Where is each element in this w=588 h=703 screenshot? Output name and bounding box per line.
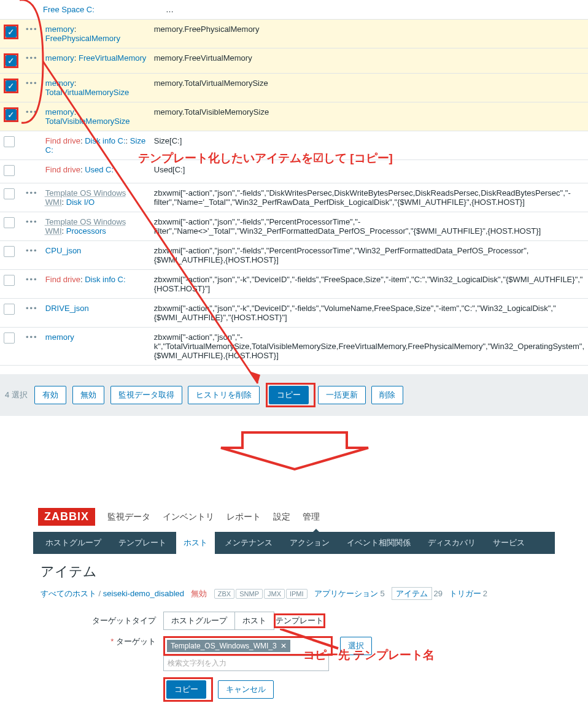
item-link[interactable]: DRIVE_json bbox=[45, 304, 89, 313]
interface-badge: ZBX bbox=[214, 589, 234, 599]
item-link[interactable]: CPU_json bbox=[45, 246, 82, 255]
crumb-items[interactable]: アイテム bbox=[392, 587, 432, 600]
row-menu-icon[interactable]: ••• bbox=[26, 275, 38, 284]
subnav-item[interactable]: ホストグループ bbox=[38, 532, 109, 554]
interface-badge: JMX bbox=[264, 589, 285, 599]
item-link[interactable]: Disk info C: bbox=[85, 136, 125, 145]
nav-monitoring[interactable]: 監視データ bbox=[107, 512, 150, 523]
row-menu-icon[interactable]: ••• bbox=[26, 304, 38, 313]
row-menu-icon[interactable]: ••• bbox=[26, 332, 38, 342]
item-link[interactable]: Free Space C: bbox=[43, 5, 95, 14]
crumb-all-hosts[interactable]: すべてのホスト bbox=[41, 589, 96, 598]
item-key: zbxwmi["-action","json","-fields","Perce… bbox=[150, 241, 588, 270]
disable-button[interactable]: 無効 bbox=[72, 386, 104, 404]
row-checkbox[interactable] bbox=[4, 332, 15, 344]
status-disabled: 無効 bbox=[191, 589, 207, 598]
row-menu-icon[interactable]: ••• bbox=[26, 217, 38, 226]
row-checkbox[interactable] bbox=[4, 136, 15, 147]
interface-badge: IPMI bbox=[286, 589, 308, 599]
item-link[interactable]: FreeVirtualMemory bbox=[79, 53, 146, 63]
subnav-item[interactable]: アクション bbox=[282, 532, 337, 554]
row-checkbox[interactable] bbox=[6, 26, 17, 37]
row-menu-icon[interactable]: ••• bbox=[26, 188, 38, 198]
nav-reports[interactable]: レポート bbox=[226, 512, 261, 523]
item-link[interactable]: Used C: bbox=[85, 165, 114, 174]
row-menu-icon[interactable]: ••• bbox=[26, 107, 38, 117]
discovery-link[interactable]: Find drive bbox=[45, 275, 80, 284]
breadcrumb: すべてのホスト / seiseki-demo_disabled 無効 ZBXSN… bbox=[33, 582, 555, 605]
row-menu-icon[interactable]: ••• bbox=[26, 246, 38, 255]
crumb-host[interactable]: seiseki-demo_disabled bbox=[103, 589, 184, 598]
remove-tag-icon[interactable]: ✕ bbox=[280, 642, 287, 650]
item-link[interactable]: Disk I/O bbox=[66, 198, 95, 207]
item-link[interactable]: Processors bbox=[66, 226, 106, 236]
interface-badge: SNMP bbox=[236, 589, 263, 599]
check-now-button[interactable]: 監視データ取得 bbox=[110, 386, 182, 404]
item-key: zbxwmi["-action","json","-k","DeviceID",… bbox=[150, 299, 588, 328]
delete-button[interactable]: 削除 bbox=[371, 386, 403, 404]
row-checkbox[interactable] bbox=[4, 304, 15, 315]
item-link[interactable]: memory bbox=[45, 79, 74, 88]
item-link[interactable]: memory bbox=[45, 53, 74, 63]
crumb-triggers[interactable]: トリガー bbox=[449, 589, 481, 598]
row-menu-icon[interactable]: ••• bbox=[26, 79, 38, 88]
item-link[interactable]: memory bbox=[45, 332, 74, 342]
item-key: memory.TotalVisibleMemorySize bbox=[150, 102, 588, 131]
item-table: Free Space C:… bbox=[0, 0, 588, 20]
nav-admin[interactable]: 管理 bbox=[303, 512, 320, 523]
subnav-item[interactable]: ディスカバリ bbox=[420, 532, 483, 554]
item-link[interactable]: TotalVirtualMemorySize bbox=[45, 88, 129, 97]
subnav-item[interactable]: ホスト bbox=[176, 532, 215, 554]
item-key: zbxwmi["-action","json","-fields","DiskW… bbox=[150, 183, 588, 212]
row-checkbox[interactable] bbox=[4, 217, 15, 228]
mass-update-button[interactable]: 一括更新 bbox=[318, 386, 366, 404]
item-link[interactable]: memory bbox=[45, 107, 74, 117]
zabbix-logo: ZABBIX bbox=[38, 508, 95, 526]
row-checkbox[interactable] bbox=[6, 55, 17, 66]
page-title: アイテム bbox=[41, 563, 547, 581]
opt-template[interactable]: テンプレート bbox=[276, 616, 323, 625]
nav-inventory[interactable]: インベントリ bbox=[163, 512, 214, 523]
discovery-link[interactable]: Find drive bbox=[45, 136, 80, 145]
subnav-item[interactable]: イベント相関関係 bbox=[339, 532, 418, 554]
item-link[interactable]: Disk info C: bbox=[85, 275, 125, 284]
item-key: memory.FreePhysicalMemory bbox=[150, 20, 588, 48]
item-link[interactable]: memory bbox=[45, 25, 74, 34]
sub-nav: ホストグループテンプレートホストメンテナンスアクションイベント相関関係ディスカバ… bbox=[33, 532, 555, 554]
selected-count: 4 選択 bbox=[5, 390, 28, 399]
opt-host[interactable]: ホスト bbox=[234, 612, 274, 630]
copy-button[interactable]: コピー bbox=[269, 386, 309, 404]
item-key: memory.FreeVirtualMemory bbox=[150, 48, 588, 74]
row-checkbox[interactable] bbox=[6, 109, 17, 120]
item-key: zbxwmi["-action","json","-k","DeviceID",… bbox=[150, 270, 588, 299]
form-cancel-button[interactable]: キャンセル bbox=[218, 680, 274, 699]
label-target-type: ターゲットタイプ bbox=[41, 615, 163, 626]
target-tag[interactable]: Template_OS_Windows_WMI_3✕ bbox=[167, 640, 290, 652]
item-link[interactable]: FreePhysicalMemory bbox=[45, 34, 120, 43]
row-checkbox[interactable] bbox=[4, 188, 15, 199]
item-key: zbxwmi["-action","json","-fields","Perce… bbox=[150, 212, 588, 241]
subnav-item[interactable]: テンプレート bbox=[111, 532, 174, 554]
discovery-link[interactable]: Find drive bbox=[45, 165, 80, 174]
item-link[interactable]: TotalVisibleMemorySize bbox=[45, 117, 130, 126]
row-menu-icon[interactable]: ••• bbox=[26, 25, 38, 34]
item-key: zbxwmi["-action","json","-k","TotalVirtu… bbox=[150, 328, 588, 366]
opt-hostgroup[interactable]: ホストグループ bbox=[163, 612, 235, 630]
label-target: * ターゲット bbox=[41, 636, 163, 647]
row-checkbox[interactable] bbox=[4, 275, 15, 286]
top-nav: ZABBIX 監視データ インベントリ レポート 設定 管理 bbox=[33, 502, 555, 532]
enable-button[interactable]: 有効 bbox=[34, 386, 66, 404]
subnav-item[interactable]: サービス bbox=[485, 532, 532, 554]
clear-history-button[interactable]: ヒストリを削除 bbox=[188, 386, 260, 404]
nav-config[interactable]: 設定 bbox=[273, 512, 290, 523]
item-rows: •••memory: FreePhysicalMemorymemory.Free… bbox=[0, 20, 588, 366]
subnav-item[interactable]: メンテナンス bbox=[217, 532, 280, 554]
row-checkbox[interactable] bbox=[4, 165, 15, 176]
row-menu-icon[interactable]: ••• bbox=[26, 53, 38, 63]
item-key: memory.TotalVirtualMemorySize bbox=[150, 74, 588, 102]
row-checkbox[interactable] bbox=[6, 80, 17, 91]
footer-bar: 4 選択 有効 無効 監視データ取得 ヒストリを削除 コピー 一括更新 削除 bbox=[0, 374, 588, 416]
crumb-applications[interactable]: アプリケーション bbox=[314, 589, 378, 598]
form-copy-button[interactable]: コピー bbox=[166, 680, 206, 699]
row-checkbox[interactable] bbox=[4, 246, 15, 257]
